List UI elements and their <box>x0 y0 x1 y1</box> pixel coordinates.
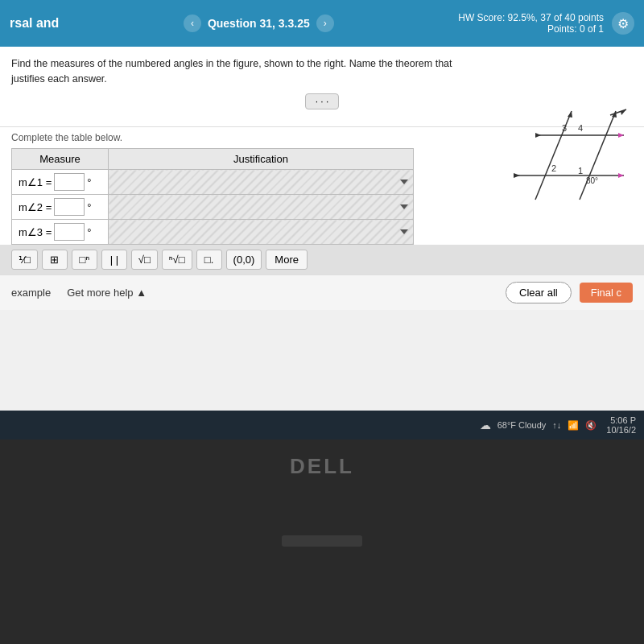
angle1-label: m∠1 = <box>19 176 52 188</box>
table-row: m∠3 = ° <box>12 220 414 245</box>
date-display: 10/16/2 <box>606 425 636 435</box>
fraction-btn[interactable]: ⅟□ <box>11 250 38 270</box>
svg-text:2: 2 <box>551 163 556 173</box>
bottom-bar: example Get more help ▲ Clear all Final … <box>0 275 644 310</box>
math-toolbar: ⅟□ ⊞ □ⁿ | | √□ ⁿ√□ □. (0,0) More <box>0 245 644 275</box>
next-question-btn[interactable]: › <box>316 14 334 32</box>
angle2-label: m∠2 = <box>19 201 52 213</box>
svg-text:1: 1 <box>578 166 583 175</box>
svg-marker-1 <box>618 133 624 138</box>
angle2-input[interactable] <box>54 198 85 216</box>
sqrt-btn[interactable]: √□ <box>131 250 158 270</box>
time-block: 5:06 P 10/16/2 <box>606 415 636 435</box>
svg-text:3: 3 <box>562 123 567 133</box>
trackpad[interactable] <box>282 535 362 547</box>
superscript-btn[interactable]: □ⁿ <box>72 250 97 270</box>
measure-cell-3: m∠3 = ° <box>12 220 109 245</box>
svg-marker-3 <box>535 133 541 138</box>
geometry-diagram: 3 4 2 1 80° <box>491 103 628 216</box>
example-link[interactable]: example <box>11 287 51 299</box>
decimal-btn[interactable]: □. <box>196 250 222 270</box>
cloud-icon: ☁ <box>480 419 491 431</box>
prev-question-btn[interactable]: ‹ <box>184 14 201 32</box>
svg-text:80°: 80° <box>586 176 598 185</box>
more-btn[interactable]: More <box>266 250 308 270</box>
course-title: rsal and <box>10 16 59 31</box>
svg-marker-5 <box>618 173 624 178</box>
svg-marker-18 <box>621 109 626 115</box>
question-text: Find the measures of the numbered angles… <box>11 56 462 87</box>
angle3-label: m∠3 = <box>19 226 52 238</box>
volume-icon: 🔇 <box>585 420 597 431</box>
matrix-btn[interactable]: ⊞ <box>42 250 68 270</box>
measure-cell-1: m∠1 = ° <box>12 170 109 195</box>
col-justification: Justification <box>109 149 414 170</box>
svg-marker-7 <box>514 173 520 178</box>
svg-marker-9 <box>568 111 572 118</box>
time-display: 5:06 P <box>606 415 636 425</box>
table-row: m∠1 = ° <box>12 170 414 195</box>
dropdown-arrow-3[interactable] <box>400 229 408 234</box>
measure-cell-2: m∠2 = ° <box>12 195 109 220</box>
header-bar: rsal and ‹ Question 31, 3.3.25 › HW Scor… <box>0 0 644 47</box>
justification-cell-2 <box>109 195 414 220</box>
bottom-right: Clear all Final c <box>506 282 633 303</box>
network-icon: ↑↓ <box>552 420 561 430</box>
col-measure: Measure <box>12 149 109 170</box>
justification-cell-3 <box>109 220 414 245</box>
laptop-body: DELL <box>0 440 644 644</box>
dell-logo: DELL <box>290 454 354 479</box>
hw-score: HW Score: 92.5%, 37 of 40 points <box>458 12 604 23</box>
nthroot-btn[interactable]: ⁿ√□ <box>162 250 192 270</box>
points-label: Points: 0 of 1 <box>458 23 604 35</box>
bottom-left: example Get more help ▲ <box>11 287 147 299</box>
angle1-input[interactable] <box>54 173 85 191</box>
dropdown-arrow-2[interactable] <box>400 204 408 209</box>
score-section: HW Score: 92.5%, 37 of 40 points Points:… <box>458 12 634 35</box>
table-row: m∠2 = ° <box>12 195 414 220</box>
settings-icon[interactable]: ⚙ <box>612 12 634 35</box>
help-link[interactable]: Get more help ▲ <box>67 287 147 299</box>
justification-cell-1 <box>109 170 414 195</box>
clear-all-button[interactable]: Clear all <box>506 282 572 303</box>
abs-btn[interactable]: | | <box>101 250 127 270</box>
answer-table: Measure Justification m∠1 = ° <box>11 148 414 245</box>
dropdown-arrow-1[interactable] <box>400 180 408 184</box>
weather-text: 68°F Cloudy <box>497 420 547 430</box>
angle3-input[interactable] <box>54 223 85 241</box>
svg-text:4: 4 <box>578 123 583 133</box>
question-nav: ‹ Question 31, 3.3.25 › <box>184 14 334 32</box>
final-check-button[interactable]: Final c <box>580 283 633 303</box>
question-label: Question 31, 3.3.25 <box>208 17 310 30</box>
wifi-icon: 📶 <box>568 420 579 431</box>
coordinate-btn[interactable]: (0,0) <box>226 250 262 270</box>
svg-line-10 <box>580 111 616 200</box>
question-content: Find the measures of the numbered angles… <box>0 47 644 127</box>
expand-btn[interactable]: · · · <box>305 93 340 109</box>
taskbar-info: ☁ 68°F Cloudy ↑↓ 📶 🔇 <box>480 419 597 431</box>
taskbar: ☁ 68°F Cloudy ↑↓ 📶 🔇 5:06 P 10/16/2 <box>0 411 644 440</box>
